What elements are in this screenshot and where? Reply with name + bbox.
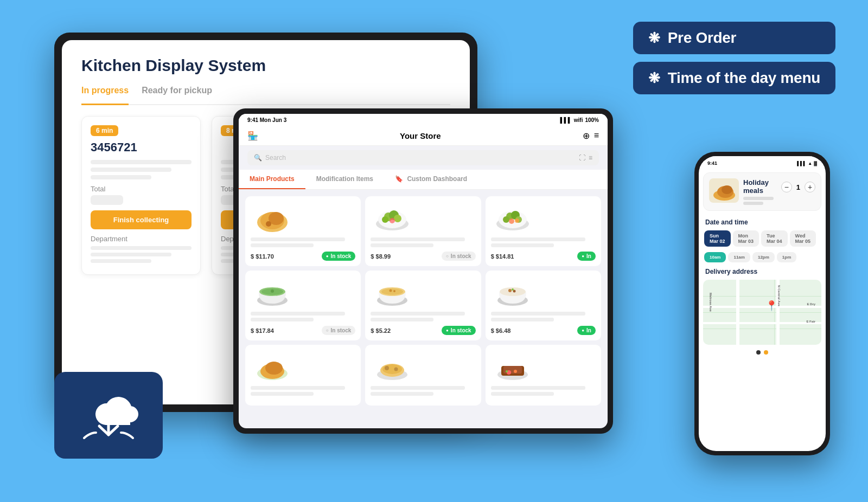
search-icon: 🔍 xyxy=(254,154,262,162)
qty-minus-btn[interactable]: − xyxy=(781,182,792,192)
svg-point-30 xyxy=(508,289,512,292)
product-price-6: $ $6.48 xyxy=(491,327,511,334)
phone-status-icons: ▌▌▌ ▲ ▓ xyxy=(797,161,817,166)
product-name-line xyxy=(251,386,345,390)
filter-icon[interactable]: ≡ xyxy=(594,131,599,141)
tab-main-products[interactable]: Main Products xyxy=(239,170,305,189)
order-number-1: 3456721 xyxy=(91,140,192,155)
product-card-3: $ $14.81 ● In xyxy=(486,196,601,266)
svg-rect-43 xyxy=(503,366,522,374)
toggle-icon: ○ xyxy=(446,254,449,259)
map-grid-line xyxy=(703,296,821,297)
stock-badge-2[interactable]: ○ In stock xyxy=(442,252,476,261)
product-card-5: $ $5.22 ● In stock xyxy=(365,271,481,340)
status-time: 9:41 Mon Jun 3 xyxy=(247,117,286,123)
battery-icon: 100% xyxy=(585,117,599,123)
tab-custom-dashboard[interactable]: 🔖 Custom Dashboard xyxy=(384,170,478,189)
qty-plus-btn[interactable]: + xyxy=(805,182,815,192)
search-placeholder: Search xyxy=(265,154,286,162)
kds-tabs: In progress Ready for pickup xyxy=(81,86,450,105)
svg-point-46 xyxy=(506,370,508,372)
product-name-line xyxy=(371,312,465,316)
phone-battery-icon: ▓ xyxy=(814,161,817,166)
ipad-nav: 🏪 Your Store ⊕ ≡ xyxy=(239,126,608,146)
svg-point-40 xyxy=(394,367,398,371)
stock-badge-5[interactable]: ● In stock xyxy=(442,326,476,335)
ipad-store-app: 9:41 Mon Jun 3 ▌▌▌ wifi 100% 🏪 Your Stor… xyxy=(233,108,613,434)
store-name: Your Store xyxy=(400,131,441,140)
bookmark-icon: 🔖 xyxy=(395,175,403,183)
expand-icon[interactable]: ⛶ xyxy=(579,154,585,162)
svg-point-9 xyxy=(382,216,388,223)
time-chip-0[interactable]: 10am xyxy=(704,252,726,262)
ipad-screen: 9:41 Mon Jun 3 ▌▌▌ wifi 100% 🏪 Your Stor… xyxy=(239,114,608,428)
toggle-icon: ● xyxy=(582,254,584,259)
order-line xyxy=(91,160,192,164)
order-total-label-1: Total xyxy=(91,185,192,193)
product-img-5 xyxy=(371,276,414,308)
date-time-title: Date and time xyxy=(699,215,826,228)
time-menu-badge[interactable]: ❋ Time of the day menu xyxy=(633,62,835,94)
svg-point-35 xyxy=(265,362,283,375)
product-name-line xyxy=(371,386,465,390)
time-chip-2[interactable]: 12pm xyxy=(752,252,775,262)
dept-line xyxy=(91,253,171,256)
holiday-info: Holiday meals xyxy=(743,178,777,205)
product-img-9 xyxy=(491,350,534,383)
product-card-9 xyxy=(486,345,601,406)
map-label-central: N Central Ave xyxy=(777,285,781,306)
date-chip-0[interactable]: SunMar 02 xyxy=(704,230,731,247)
product-price-2: $ $8.99 xyxy=(371,253,391,260)
stock-badge-4[interactable]: ○ In stock xyxy=(322,326,356,335)
product-name-line2 xyxy=(371,243,433,247)
svg-point-10 xyxy=(390,218,395,223)
time-chip-3[interactable]: 1pm xyxy=(777,252,796,262)
stock-badge-3[interactable]: ● In xyxy=(577,252,596,261)
product-name-line2 xyxy=(491,243,554,247)
product-name-line2 xyxy=(251,243,314,247)
phone-wifi-icon: ▲ xyxy=(808,161,812,166)
delivery-title: Delivery address xyxy=(699,265,826,278)
kds-tab-ready[interactable]: Ready for pickup xyxy=(142,86,212,99)
finish-collecting-btn-1[interactable]: Finish collecting xyxy=(91,210,192,229)
phone-dots xyxy=(699,347,826,358)
product-price-3: $ $14.81 xyxy=(491,253,514,260)
stock-badge-1[interactable]: ● In stock xyxy=(322,252,356,261)
svg-point-17 xyxy=(509,218,514,224)
time-chip-1[interactable]: 11am xyxy=(728,252,750,262)
product-name-line2 xyxy=(251,318,314,321)
status-icons: ▌▌▌ wifi 100% xyxy=(560,117,599,123)
pre-order-label: Pre Order xyxy=(668,29,736,47)
product-img-8 xyxy=(371,350,414,383)
product-price-4: $ $17.84 xyxy=(251,327,274,334)
kds-tab-in-progress[interactable]: In progress xyxy=(81,86,129,105)
tab-modification[interactable]: Modification Items xyxy=(305,170,384,189)
filter-icon[interactable]: ≡ xyxy=(589,154,592,162)
product-name-line xyxy=(491,312,585,316)
time-menu-icon: ❋ xyxy=(648,70,660,87)
product-img-6 xyxy=(491,276,534,308)
product-card-1: $ $11.70 ● In stock xyxy=(245,196,361,266)
wifi-icon: wifi xyxy=(574,117,583,123)
signal-icon: ▌▌▌ xyxy=(560,117,571,123)
product-footer-5: $ $5.22 ● In stock xyxy=(371,326,475,335)
map-label-fair: E Fair xyxy=(806,320,815,323)
add-icon[interactable]: ⊕ xyxy=(583,131,590,141)
product-img-7 xyxy=(251,350,294,383)
date-chip-1[interactable]: MonMar 03 xyxy=(733,230,760,247)
svg-point-27 xyxy=(393,290,395,292)
phone-status-bar: 9:41 ▌▌▌ ▲ ▓ xyxy=(699,156,826,168)
date-chip-2[interactable]: TueMar 04 xyxy=(761,230,788,247)
date-chips-container: SunMar 02 MonMar 03 TueMar 04 WedMar 05 xyxy=(699,228,826,249)
stock-badge-6[interactable]: ● In xyxy=(577,326,596,335)
search-bar[interactable]: 🔍 Search ⛶ ≡ xyxy=(247,150,599,165)
date-chip-3[interactable]: WedMar 05 xyxy=(790,230,816,247)
product-name-line xyxy=(251,312,345,316)
phone-time: 9:41 xyxy=(707,160,717,166)
toggle-icon: ● xyxy=(582,328,584,333)
toggle-icon: ● xyxy=(446,328,449,333)
svg-point-39 xyxy=(385,366,389,370)
nav-actions: ⊕ ≡ xyxy=(583,131,599,141)
pre-order-badge[interactable]: ❋ Pre Order xyxy=(633,22,835,54)
pre-order-icon: ❋ xyxy=(648,30,660,47)
